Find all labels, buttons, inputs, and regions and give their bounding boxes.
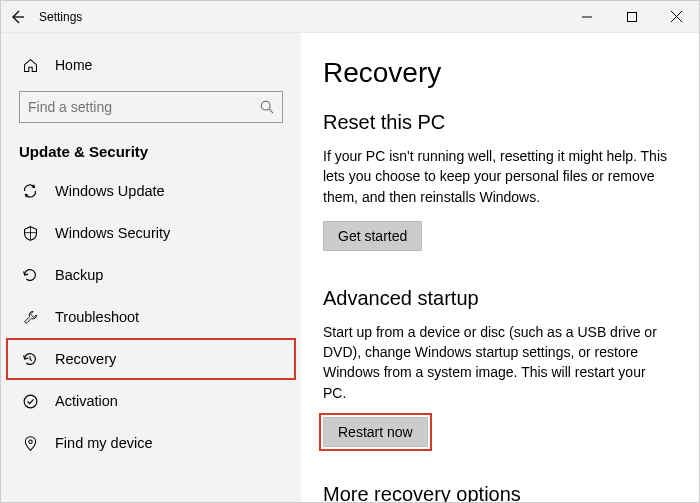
location-icon <box>19 435 41 452</box>
more-recovery-section: More recovery options <box>323 483 671 502</box>
page-title: Recovery <box>323 57 671 89</box>
reset-heading: Reset this PC <box>323 111 671 134</box>
home-nav[interactable]: Home <box>1 45 301 85</box>
svg-point-9 <box>28 440 31 443</box>
svg-point-4 <box>261 101 270 110</box>
sidebar-item-label: Activation <box>41 393 118 409</box>
restart-now-button[interactable]: Restart now <box>323 417 428 447</box>
sidebar: Home Update & Security Windows Update <box>1 33 301 502</box>
back-button[interactable] <box>1 9 29 25</box>
backup-icon <box>19 266 41 284</box>
search-icon <box>260 100 274 114</box>
search-input[interactable] <box>19 91 283 123</box>
sidebar-item-activation[interactable]: Activation <box>1 380 301 422</box>
history-icon <box>19 350 41 368</box>
shield-icon <box>19 225 41 242</box>
home-label: Home <box>41 57 92 73</box>
check-circle-icon <box>19 393 41 410</box>
more-heading: More recovery options <box>323 483 671 502</box>
svg-rect-1 <box>627 12 636 21</box>
sync-icon <box>19 182 41 200</box>
sidebar-item-windows-update[interactable]: Windows Update <box>1 170 301 212</box>
sidebar-item-label: Recovery <box>41 351 116 367</box>
minimize-button[interactable] <box>564 1 609 33</box>
svg-point-8 <box>24 395 37 408</box>
sidebar-section-title: Update & Security <box>1 135 301 170</box>
sidebar-item-troubleshoot[interactable]: Troubleshoot <box>1 296 301 338</box>
advanced-body: Start up from a device or disc (such as … <box>323 322 671 403</box>
reset-pc-section: Reset this PC If your PC isn't running w… <box>323 111 671 251</box>
sidebar-item-label: Windows Security <box>41 225 170 241</box>
reset-body: If your PC isn't running well, resetting… <box>323 146 671 207</box>
titlebar: Settings <box>1 1 699 33</box>
wrench-icon <box>19 309 41 326</box>
advanced-startup-section: Advanced startup Start up from a device … <box>323 287 671 447</box>
sidebar-item-backup[interactable]: Backup <box>1 254 301 296</box>
get-started-button[interactable]: Get started <box>323 221 422 251</box>
sidebar-item-label: Find my device <box>41 435 153 451</box>
svg-line-5 <box>269 109 273 113</box>
sidebar-item-label: Troubleshoot <box>41 309 139 325</box>
settings-window: Settings Home <box>0 0 700 503</box>
sidebar-item-recovery[interactable]: Recovery <box>6 338 296 380</box>
window-title: Settings <box>29 10 82 24</box>
home-icon <box>19 57 41 74</box>
close-button[interactable] <box>654 1 699 33</box>
sidebar-item-find-my-device[interactable]: Find my device <box>1 422 301 464</box>
sidebar-item-label: Backup <box>41 267 103 283</box>
sidebar-item-windows-security[interactable]: Windows Security <box>1 212 301 254</box>
sidebar-item-label: Windows Update <box>41 183 165 199</box>
advanced-heading: Advanced startup <box>323 287 671 310</box>
content-pane: Recovery Reset this PC If your PC isn't … <box>301 33 699 502</box>
search-field[interactable] <box>28 99 260 115</box>
maximize-button[interactable] <box>609 1 654 33</box>
